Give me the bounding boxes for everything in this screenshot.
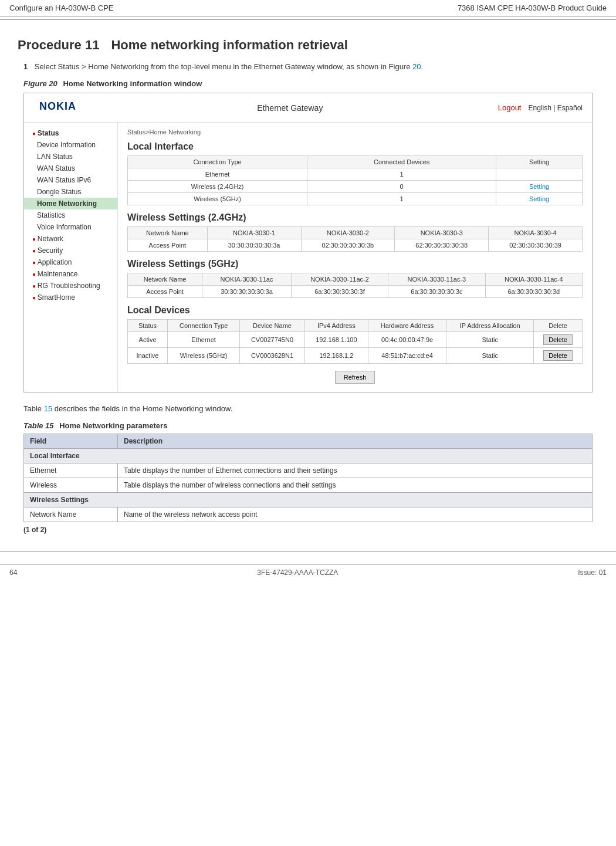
figure-link[interactable]: 20 <box>412 62 421 71</box>
ap5-val3: 6a:30:30:30:30:3c <box>388 286 485 298</box>
delete-button-2[interactable]: Delete <box>543 350 573 361</box>
local-devices-heading: Local Devices <box>127 305 583 316</box>
w5n-col2: NOKIA-3030-11ac-2 <box>291 273 388 286</box>
sidebar-item-home-networking[interactable]: Home Networking <box>24 198 117 209</box>
table-link[interactable]: 15 <box>44 404 52 413</box>
conn-type-ethernet: Ethernet <box>128 168 307 181</box>
wn-col3: NOKIA-3030-3 <box>395 227 489 239</box>
device-alloc-2: Static <box>446 348 534 364</box>
w5n-col4: NOKIA-3030-11ac-4 <box>485 273 582 286</box>
wireless5-heading: Wireless Settings (5GHz) <box>127 259 583 269</box>
page-footer: 64 3FE-47429-AAAA-TCZZA Issue: 01 <box>0 564 616 580</box>
device-conn-1: Ethernet <box>168 332 240 348</box>
step-number: 1 <box>23 62 28 71</box>
devices-wireless24: 0 <box>307 181 496 193</box>
header-right: 7368 ISAM CPE HA-030W-B Product Guide <box>458 4 607 12</box>
delete-button-1[interactable]: Delete <box>543 334 573 345</box>
setting-wireless24[interactable]: Setting <box>496 181 583 193</box>
wireless24-table: Network Name NOKIA-3030-1 NOKIA-3030-2 N… <box>127 226 583 252</box>
ap-val1: 30:30:30:30:30:3a <box>207 239 301 252</box>
w5n-col3: NOKIA-3030-11ac-3 <box>388 273 485 286</box>
param-section-wireless-settings: Wireless Settings <box>24 493 593 507</box>
param-desc-network-name: Name of the wireless network access poin… <box>118 507 593 522</box>
sidebar-item-smarthome[interactable]: SmartHome <box>24 292 117 303</box>
col-connected-devices: Connected Devices <box>307 156 496 168</box>
param-col-desc: Description <box>118 434 593 449</box>
ap5-val1: 30:30:30:30:30:3a <box>202 286 292 298</box>
device-delete-1[interactable]: Delete <box>534 332 583 348</box>
ld-col-ipv4: IPv4 Address <box>304 320 368 332</box>
sidebar-item-security[interactable]: Security <box>24 245 117 256</box>
wn-label: Network Name <box>128 227 208 239</box>
logout-button[interactable]: Logout <box>498 103 522 112</box>
nokia-logo: NOKIA <box>33 97 82 119</box>
table-row: Ethernet 1 <box>128 168 583 181</box>
device-name-1: CV0027745N0 <box>240 332 305 348</box>
wn-col1: NOKIA-3030-1 <box>207 227 301 239</box>
local-interface-heading: Local Interface <box>127 141 583 152</box>
gateway-topbar-right: Logout English | Español <box>498 103 583 112</box>
ap5-label: Access Point <box>128 286 202 298</box>
table-row: Wireless Table displays the number of wi… <box>24 478 593 493</box>
wn-col4: NOKIA-3030-4 <box>489 227 583 239</box>
sidebar-item-device-info[interactable]: Device Information <box>24 139 117 151</box>
procedure-heading: Procedure 11 Home networking information… <box>18 38 598 53</box>
step-text-after: . <box>421 62 424 71</box>
procedure-number: Procedure 11 <box>18 38 99 53</box>
sidebar-item-lan-status[interactable]: LAN Status <box>24 151 117 163</box>
refresh-container: Refresh <box>127 368 583 386</box>
device-conn-2: Wireless (5GHz) <box>168 348 240 364</box>
gateway-title: Ethernet Gateway <box>257 103 323 113</box>
device-alloc-1: Static <box>446 332 534 348</box>
table-title: Home Networking parameters <box>59 421 167 430</box>
ap-val4: 02:30:30:30:30:39 <box>489 239 583 252</box>
table-row: Network Name Name of the wireless networ… <box>24 507 593 522</box>
figure-label: Figure 20 <box>23 79 57 88</box>
param-section-label: Local Interface <box>24 449 593 463</box>
setting-ethernet <box>496 168 583 181</box>
sidebar-item-rg-troubleshooting[interactable]: RG Troubleshooting <box>24 280 117 292</box>
sidebar-item-dongle[interactable]: Dongle Status <box>24 186 117 198</box>
language-selector[interactable]: English | Español <box>528 104 583 112</box>
device-status-2: Inactive <box>128 348 168 364</box>
body-text-after: describes the fields in the Home Network… <box>52 404 232 413</box>
figure-caption: Figure 20 Home Networking information wi… <box>18 79 598 88</box>
param-section-local-interface: Local Interface <box>24 449 593 463</box>
footer-page-number: 64 <box>9 568 17 577</box>
wn-col2: NOKIA-3030-2 <box>301 227 395 239</box>
sidebar-item-status[interactable]: Status <box>24 127 117 139</box>
sidebar-item-maintenance[interactable]: Maintenance <box>24 268 117 280</box>
device-hw-2: 48:51:b7:ac:cd:e4 <box>368 348 446 364</box>
devices-ethernet: 1 <box>307 168 496 181</box>
sidebar-item-voice[interactable]: Voice Information <box>24 221 117 233</box>
device-delete-2[interactable]: Delete <box>534 348 583 364</box>
conn-type-wireless5: Wireless (5GHz) <box>128 193 307 205</box>
table-row: Wireless (5GHz) 1 Setting <box>128 193 583 205</box>
ap5-val4: 6a:30:30:30:30:3d <box>485 286 582 298</box>
ld-col-hw: Hardware Address <box>368 320 446 332</box>
ld-col-alloc: IP Address Allocation <box>446 320 534 332</box>
refresh-button[interactable]: Refresh <box>335 371 375 384</box>
w5n-label: Network Name <box>128 273 202 286</box>
figure-title: Home Networking information window <box>63 79 202 88</box>
setting-wireless5[interactable]: Setting <box>496 193 583 205</box>
ap-label: Access Point <box>128 239 208 252</box>
w5n-col1: NOKIA-3030-11ac <box>202 273 292 286</box>
param-col-field: Field <box>24 434 118 449</box>
footer-doc-id: 3FE-47429-AAAA-TCZZA <box>257 568 338 577</box>
col-setting: Setting <box>496 156 583 168</box>
sidebar-item-statistics[interactable]: Statistics <box>24 209 117 221</box>
param-field-wireless: Wireless <box>24 478 118 493</box>
wireless24-heading: Wireless Settings (2.4GHz) <box>127 212 583 223</box>
sidebar-item-wan-ipv6[interactable]: WAN Status IPv6 <box>24 174 117 186</box>
body-text: Table 15 describes the fields in the Hom… <box>23 404 593 413</box>
sidebar-item-application[interactable]: Application <box>24 256 117 268</box>
device-ipv4-2: 192.168.1.2 <box>304 348 368 364</box>
ap-val3: 62:30:30:30:30:38 <box>395 239 489 252</box>
sidebar-item-wan-status[interactable]: WAN Status <box>24 163 117 174</box>
table-row: Ethernet Table displays the number of Et… <box>24 463 593 478</box>
param-section-wireless-label: Wireless Settings <box>24 493 593 507</box>
table-row: Inactive Wireless (5GHz) CV0003628N1 192… <box>128 348 583 364</box>
sidebar-item-network[interactable]: Network <box>24 233 117 245</box>
procedure-title: Home networking information retrieval <box>111 38 347 53</box>
